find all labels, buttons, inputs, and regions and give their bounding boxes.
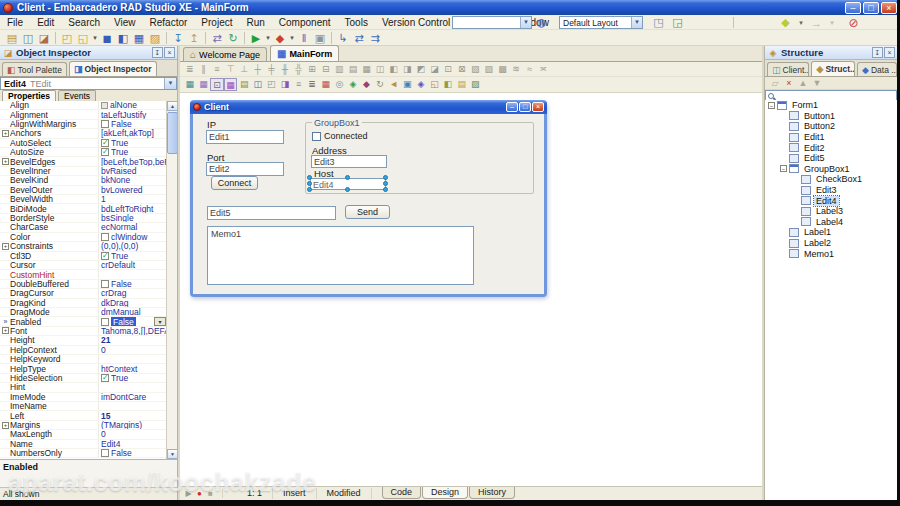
layout-combo[interactable]: Default Layout▼ xyxy=(559,16,643,29)
stop-macro-icon[interactable]: ■ xyxy=(205,489,216,498)
toolbar-icon[interactable] xyxy=(331,32,332,44)
property-value[interactable]: ecNormal ▾ xyxy=(98,223,166,231)
designed-form-window[interactable]: Client –□× IP Edit1 Port Edit2 Connect G… xyxy=(190,101,547,297)
panel-tab[interactable]: ◈Struct... xyxy=(811,61,855,76)
sync-edit-icon[interactable]: ⇄ xyxy=(209,31,225,45)
align-tool-icon[interactable]: ◨ xyxy=(401,63,415,76)
panel-tab[interactable]: ◆Data ... xyxy=(857,62,897,76)
property-row[interactable]: NumbersOnly False ▾ xyxy=(0,449,166,458)
step-over-icon[interactable]: ⇄ xyxy=(351,31,367,45)
designer-tool-icon[interactable]: ▤ xyxy=(455,78,469,91)
insight-diamond-icon[interactable]: ◆ xyxy=(778,16,793,29)
edit2-field[interactable]: Edit2 xyxy=(206,162,284,176)
structure-tree-item[interactable]: Button1 xyxy=(765,111,897,122)
designer-tool-icon[interactable]: ▦ xyxy=(183,78,197,91)
align-tool-icon[interactable]: ⊟ xyxy=(319,63,333,76)
property-value[interactable]: 0 ▾ xyxy=(98,346,166,354)
align-tool-icon[interactable]: ≍ xyxy=(536,63,550,76)
designer-tool-icon[interactable]: ◧ xyxy=(441,78,455,91)
selection-handle[interactable] xyxy=(383,181,388,186)
set-debug-desktop-icon[interactable]: ◲ xyxy=(670,16,685,29)
scroll-up-icon[interactable]: ▲ xyxy=(167,101,177,111)
designer-tool-icon[interactable]: ▦ xyxy=(224,78,238,91)
designer-tool-icon[interactable]: ◰ xyxy=(265,78,279,91)
structure-tree-item[interactable]: Button2 xyxy=(765,121,897,132)
toolbar-icon[interactable] xyxy=(244,32,245,44)
structure-tree-item[interactable]: Label1 xyxy=(765,227,897,238)
close-icon[interactable]: × xyxy=(164,47,175,58)
run-icon[interactable]: ▶ xyxy=(248,31,264,45)
browse-forward-icon[interactable]: → xyxy=(809,17,824,29)
selection-handle[interactable] xyxy=(345,175,350,180)
align-tool-icon[interactable]: ◩ xyxy=(414,63,428,76)
property-value[interactable]: 15 ▾ xyxy=(98,411,166,419)
save-desktop-icon[interactable]: ◳ xyxy=(651,16,666,29)
align-tool-icon[interactable]: ┼ xyxy=(251,63,265,76)
align-tool-icon[interactable]: ▩ xyxy=(496,63,510,76)
property-value[interactable]: True ▾ xyxy=(98,374,166,382)
expand-toggle[interactable]: + xyxy=(2,327,9,334)
open-file-icon[interactable]: ◫ xyxy=(20,31,36,45)
designer-tool-icon[interactable]: ◆ xyxy=(360,78,374,91)
property-value[interactable]: bdLeftToRight ▾ xyxy=(98,204,166,212)
playback-macro-icon[interactable]: ▶ xyxy=(183,489,194,498)
property-value[interactable]: dmManual ▾ xyxy=(98,308,166,316)
install-package-icon[interactable]: ↧ xyxy=(170,31,186,45)
align-tool-icon[interactable]: ≋ xyxy=(509,63,523,76)
designer-tool-icon[interactable]: ↻ xyxy=(373,78,387,91)
property-value[interactable]: htContext ▾ xyxy=(98,364,166,372)
align-tool-icon[interactable]: ≈ xyxy=(523,63,537,76)
property-value[interactable]: ▾ xyxy=(98,402,166,410)
maximize-button[interactable]: □ xyxy=(863,2,879,14)
memo1-field[interactable]: Memo1 xyxy=(207,226,474,285)
property-value[interactable]: False ▾ xyxy=(98,280,166,288)
structure-tree-item[interactable]: Edit3 xyxy=(765,185,897,196)
align-tool-icon[interactable]: ▦ xyxy=(360,63,374,76)
property-value[interactable]: bkNone ▾ xyxy=(98,176,166,184)
value-dropdown-icon[interactable]: ▾ xyxy=(154,317,166,325)
align-tool-icon[interactable]: ⊤ xyxy=(224,63,238,76)
connected-checkbox[interactable]: Connected xyxy=(312,131,368,141)
minimize-button[interactable]: – xyxy=(845,2,861,14)
forward-caret-icon[interactable]: ▾ xyxy=(828,19,836,27)
open-project-icon[interactable]: ◱ xyxy=(75,31,91,45)
designer-tool-icon[interactable]: ◨ xyxy=(278,78,292,91)
property-value[interactable]: False ▾ xyxy=(98,317,166,325)
property-value[interactable]: 0 ▾ xyxy=(98,430,166,438)
menu-item[interactable]: View xyxy=(107,17,143,28)
close-icon[interactable]: × xyxy=(884,47,895,58)
property-value[interactable]: bsSingle ▾ xyxy=(98,214,166,222)
align-tool-icon[interactable]: ╪ xyxy=(265,63,279,76)
prop-tab[interactable]: Properties xyxy=(2,90,56,101)
designer-tool-icon[interactable]: ≣ xyxy=(305,78,319,91)
editor-tab[interactable]: ⌂Welcome Page xyxy=(183,47,267,61)
move-up-icon[interactable]: ▲ xyxy=(796,78,810,88)
structure-tree-item[interactable]: Edit4 xyxy=(765,195,897,206)
connect-button[interactable]: Connect xyxy=(211,176,258,190)
save-all-icon[interactable]: ▦ xyxy=(131,31,147,45)
run-parameters-icon[interactable]: ◆ xyxy=(272,31,288,45)
menu-item[interactable]: Component xyxy=(272,17,338,28)
expand-toggle[interactable]: + xyxy=(2,422,9,429)
property-value[interactable]: imDontCare ▾ xyxy=(98,393,166,401)
parameters-caret[interactable]: ▾ xyxy=(288,31,296,45)
align-tool-icon[interactable]: ▧ xyxy=(468,63,482,76)
property-value[interactable]: True ▾ xyxy=(98,252,166,260)
send-button[interactable]: Send xyxy=(345,205,390,219)
designer-tool-icon[interactable]: ▦ xyxy=(319,78,333,91)
align-tool-icon[interactable]: ▤ xyxy=(346,63,360,76)
align-tool-icon[interactable]: ◧ xyxy=(387,63,401,76)
selection-handle[interactable] xyxy=(307,187,312,192)
structure-tree-item[interactable]: Edit5 xyxy=(765,153,897,164)
save-as-icon[interactable]: ◧ xyxy=(115,31,131,45)
refresh-icon[interactable]: ↻ xyxy=(225,31,241,45)
pause-icon[interactable]: ‖ xyxy=(296,31,312,45)
menu-item[interactable]: Edit xyxy=(30,17,61,28)
edit3-field[interactable]: Edit3 xyxy=(311,155,387,168)
panel-tab[interactable]: ◧Tool Palette xyxy=(2,62,67,76)
property-value[interactable]: dkDrag ▾ xyxy=(98,299,166,307)
structure-tree-item[interactable]: − GroupBox1 xyxy=(765,164,897,175)
prop-checkbox[interactable] xyxy=(101,449,109,457)
pin-icon[interactable]: ↧ xyxy=(152,47,163,58)
save-icon[interactable]: ◼ xyxy=(99,31,115,45)
